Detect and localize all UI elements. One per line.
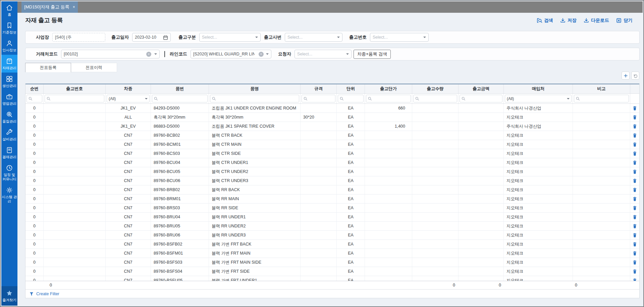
cell-part-no[interactable]: 89760-BSFS04 bbox=[151, 267, 209, 276]
sidebar-item-production-mgmt[interactable]: 생산관리 bbox=[1, 73, 17, 90]
cell-ship-no[interactable] bbox=[44, 194, 106, 203]
cell-ship-no[interactable] bbox=[44, 140, 106, 149]
cell-amount[interactable] bbox=[459, 131, 504, 140]
column-header-spec[interactable]: 규격 bbox=[301, 84, 337, 93]
cell-spec[interactable] bbox=[301, 249, 337, 258]
cell-vendor[interactable]: 지오테크 bbox=[504, 258, 573, 267]
sidebar-item-home[interactable]: 홈 bbox=[1, 1, 17, 19]
cell-unit[interactable]: EA bbox=[337, 167, 365, 176]
cell-amount[interactable] bbox=[459, 231, 504, 239]
cell-ship-no[interactable] bbox=[44, 204, 106, 212]
cell-spec[interactable] bbox=[301, 213, 337, 221]
delete-row-button[interactable] bbox=[630, 204, 639, 212]
cell-ship-no[interactable] bbox=[44, 167, 106, 176]
delete-row-button[interactable] bbox=[630, 267, 639, 276]
filter-input-part-name[interactable] bbox=[210, 95, 299, 102]
clear-icon[interactable]: × bbox=[146, 52, 151, 57]
cell-unit[interactable]: EA bbox=[337, 140, 365, 149]
delete-row-button[interactable] bbox=[630, 158, 639, 167]
cell-qty[interactable] bbox=[412, 267, 459, 276]
filter-input-ship-no[interactable] bbox=[45, 95, 104, 102]
cell-amount[interactable] bbox=[459, 222, 504, 230]
cell-price[interactable]: 1,400 bbox=[365, 122, 412, 131]
cell-price[interactable] bbox=[365, 222, 412, 230]
cell-part-name[interactable]: 블랙 RR MAIN bbox=[209, 194, 301, 203]
cell-vehicle[interactable]: CN7 bbox=[106, 204, 151, 212]
cell-spec[interactable] bbox=[301, 104, 337, 113]
cell-price[interactable] bbox=[365, 113, 412, 122]
cell-price[interactable] bbox=[365, 240, 412, 249]
cell-note[interactable] bbox=[573, 267, 630, 276]
cell-ship-no[interactable] bbox=[44, 258, 106, 267]
delete-row-button[interactable] bbox=[630, 113, 639, 122]
filter-input-spec[interactable] bbox=[302, 95, 335, 102]
cell-amount[interactable] bbox=[459, 258, 504, 267]
filter-input-unit[interactable] bbox=[338, 95, 364, 102]
delete-row-button[interactable] bbox=[630, 276, 639, 281]
cell-ship-no[interactable] bbox=[44, 213, 106, 221]
delete-row-button[interactable] bbox=[630, 149, 639, 158]
cell-seq[interactable]: 0 bbox=[25, 204, 44, 212]
cell-qty[interactable] bbox=[412, 140, 459, 149]
delete-row-button[interactable] bbox=[630, 131, 639, 140]
cell-price[interactable] bbox=[365, 267, 412, 276]
filter-select-vehicle[interactable]: (All) bbox=[107, 95, 150, 102]
site-field[interactable]: [S40] (주 bbox=[52, 33, 105, 42]
cell-vendor[interactable]: 지오테크 bbox=[504, 240, 573, 249]
cell-part-name[interactable]: 조립품 JK1 SPARE TIRE COVER bbox=[209, 122, 301, 131]
cell-vendor[interactable]: 지오테크 bbox=[504, 140, 573, 149]
cell-price[interactable] bbox=[365, 176, 412, 185]
delete-row-button[interactable] bbox=[630, 258, 639, 267]
filter-select-vendor[interactable]: (All) bbox=[505, 95, 572, 102]
filter-input-amount[interactable] bbox=[460, 95, 502, 102]
cell-ship-no[interactable] bbox=[44, 276, 106, 281]
cell-vehicle[interactable]: ALL bbox=[106, 113, 151, 122]
cell-part-name[interactable]: 블랙 RR UNDER3 bbox=[209, 231, 301, 239]
cell-unit[interactable]: EA bbox=[337, 222, 365, 230]
cell-part-name[interactable]: 블랙 RR UNDER2 bbox=[209, 222, 301, 230]
download-button[interactable]: 다운로드 bbox=[583, 17, 609, 24]
cell-part-no[interactable]: 84293-DS000 bbox=[151, 104, 209, 113]
cell-qty[interactable] bbox=[412, 258, 459, 267]
cell-vehicle[interactable]: JK1_EV bbox=[106, 122, 151, 131]
cell-note[interactable] bbox=[573, 149, 630, 158]
cell-part-name[interactable]: 블랙 CTR MAIN bbox=[209, 140, 301, 149]
delete-row-button[interactable] bbox=[630, 194, 639, 203]
cell-ship-no[interactable] bbox=[44, 131, 106, 140]
cell-part-name[interactable]: 블랙 가변 FRT BACK bbox=[209, 240, 301, 249]
cell-part-no[interactable]: 89760-BRB02 bbox=[151, 185, 209, 194]
cell-seq[interactable]: 0 bbox=[25, 131, 44, 140]
cell-part-no[interactable]: 89760-BCU06 bbox=[151, 176, 209, 185]
cell-qty[interactable] bbox=[412, 276, 459, 281]
cell-vehicle[interactable]: CN7 bbox=[106, 267, 151, 276]
cell-amount[interactable] bbox=[459, 113, 504, 122]
cell-part-no[interactable]: 89760-BRU06 bbox=[151, 231, 209, 239]
delete-row-button[interactable] bbox=[630, 176, 639, 185]
delete-row-button[interactable] bbox=[630, 140, 639, 149]
cell-unit[interactable]: EA bbox=[337, 258, 365, 267]
cell-ship-no[interactable] bbox=[44, 249, 106, 258]
delete-row-button[interactable] bbox=[630, 104, 639, 113]
cell-qty[interactable] bbox=[412, 131, 459, 140]
cell-vehicle[interactable]: CN7 bbox=[106, 240, 151, 249]
vendor-code-combo[interactable]: [00102] × bbox=[61, 50, 160, 58]
cell-seq[interactable]: 0 bbox=[25, 240, 44, 249]
cell-spec[interactable] bbox=[301, 258, 337, 267]
line-code-combo[interactable]: [S2020] WHELL GUARD_RR LINE_JK × bbox=[191, 50, 271, 58]
column-header-seq[interactable]: 순번 bbox=[25, 84, 44, 93]
cell-amount[interactable] bbox=[459, 122, 504, 131]
model-item-search-button[interactable]: 차종+품목 검색 bbox=[354, 50, 391, 59]
cell-seq[interactable]: 0 bbox=[25, 249, 44, 258]
cell-note[interactable] bbox=[573, 140, 630, 149]
cell-vehicle[interactable]: CN7 bbox=[106, 231, 151, 239]
cell-unit[interactable]: EA bbox=[337, 240, 365, 249]
sidebar-item-base-info[interactable]: 기준정보 bbox=[1, 19, 17, 37]
create-filter-button[interactable]: Create Filter bbox=[25, 290, 639, 298]
cell-qty[interactable] bbox=[412, 158, 459, 167]
cell-part-no[interactable]: 86883-DS000 bbox=[151, 122, 209, 131]
cell-vehicle[interactable]: CN7 bbox=[106, 149, 151, 158]
cell-unit[interactable]: EA bbox=[337, 131, 365, 140]
cell-part-no[interactable]: 89760-BRU04 bbox=[151, 213, 209, 221]
cell-seq[interactable]: 0 bbox=[25, 185, 44, 194]
cell-spec[interactable] bbox=[301, 240, 337, 249]
